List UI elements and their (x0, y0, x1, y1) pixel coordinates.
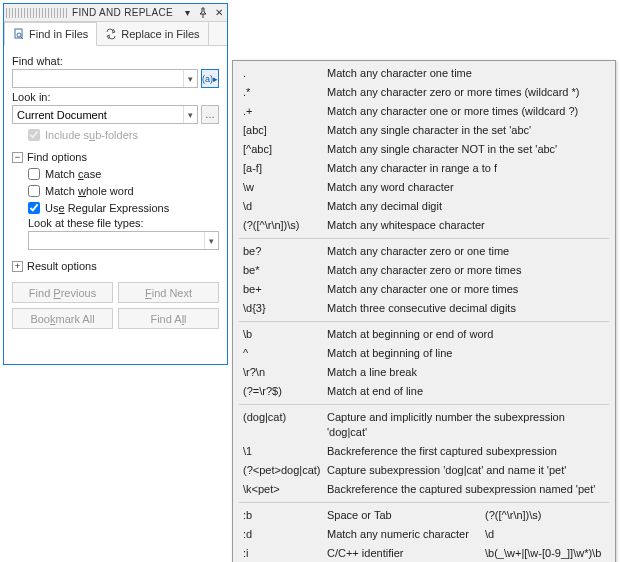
grip[interactable] (6, 8, 68, 18)
regex-menu-item[interactable]: :bSpace or Tab(?([^\r\n])\s) (233, 506, 615, 525)
regex-desc: C/C++ identifier (327, 546, 485, 561)
regex-help-menu: .Match any character one time.*Match any… (232, 60, 616, 562)
svg-point-1 (17, 33, 21, 37)
title-text: FIND AND REPLACE (72, 7, 173, 18)
regex-pattern: [^abc] (243, 142, 327, 157)
regex-group-4: (dog|cat)Capture and implicitly number t… (233, 408, 615, 499)
close-icon[interactable]: ✕ (211, 6, 227, 20)
regex-menu-item[interactable]: (?<pet>dog|cat)Capture subexpression 'do… (233, 461, 615, 480)
find-what-input-wrap: ▾ (12, 69, 198, 88)
pin-icon[interactable] (195, 6, 211, 20)
regex-pattern: \b (243, 327, 327, 342)
regex-menu-item[interactable]: \1Backreference the first captured subex… (233, 442, 615, 461)
regex-desc: Match at beginning of line (327, 346, 605, 361)
regex-desc: Match any character zero or one time (327, 244, 605, 259)
regex-menu-item[interactable]: be?Match any character zero or one time (233, 242, 615, 261)
regex-menu-item[interactable]: \r?\nMatch a line break (233, 363, 615, 382)
expand-icon[interactable]: + (12, 261, 23, 272)
file-types-dropdown[interactable]: ▾ (204, 232, 218, 249)
regex-desc: Space or Tab (327, 508, 485, 523)
file-types-label: Look at these file types: (28, 217, 219, 229)
regex-desc: Match any numeric character (327, 527, 485, 542)
look-in-input[interactable] (13, 106, 183, 123)
regex-desc: Capture subexpression 'dog|cat' and name… (327, 463, 605, 478)
regex-menu-item[interactable]: be+Match any character one or more times (233, 280, 615, 299)
regex-menu-item[interactable]: [abc]Match any single character in the s… (233, 121, 615, 140)
tabs: Find in Files Replace in Files (4, 22, 227, 46)
collapse-icon[interactable]: − (12, 152, 23, 163)
find-replace-panel: FIND AND REPLACE ▾ ✕ Find in Files Repla… (3, 3, 228, 365)
include-subfolders-row: Include sub-folders (28, 129, 219, 141)
find-all-button[interactable]: Find All (118, 308, 219, 329)
regex-menu-item[interactable]: (dog|cat)Capture and implicitly number t… (233, 408, 615, 442)
file-types-select[interactable]: ▾ (28, 231, 219, 250)
find-next-button[interactable]: Find Next (118, 282, 219, 303)
match-case-checkbox[interactable] (28, 168, 40, 180)
regex-desc: Match any character zero or more times (327, 263, 605, 278)
regex-menu-item[interactable]: be*Match any character zero or more time… (233, 261, 615, 280)
regex-menu-item[interactable]: .*Match any character zero or more times… (233, 83, 615, 102)
regex-menu-item[interactable]: \wMatch any word character (233, 178, 615, 197)
find-what-dropdown[interactable]: ▾ (183, 70, 197, 87)
regex-group-2: be?Match any character zero or one timeb… (233, 242, 615, 318)
regex-pattern: [abc] (243, 123, 327, 138)
regex-desc: Match any character one or more times (w… (327, 104, 605, 119)
use-regex-checkbox[interactable] (28, 202, 40, 214)
regex-menu-item[interactable]: \dMatch any decimal digit (233, 197, 615, 216)
find-options-label: Find options (27, 151, 87, 163)
browse-button[interactable]: … (201, 105, 219, 124)
tab-replace-in-files[interactable]: Replace in Files (97, 22, 208, 46)
regex-menu-item[interactable]: [^abc]Match any single character NOT in … (233, 140, 615, 159)
regex-desc: Backreference the first captured subexpr… (327, 444, 605, 459)
regex-menu-item[interactable]: ^Match at beginning of line (233, 344, 615, 363)
regex-desc: Match any single character NOT in the se… (327, 142, 605, 157)
result-options-header[interactable]: + Result options (12, 260, 219, 272)
dropdown-icon[interactable]: ▾ (179, 6, 195, 20)
match-whole-word-checkbox[interactable] (28, 185, 40, 197)
regex-pattern: \d (243, 199, 327, 214)
regex-pattern: be? (243, 244, 327, 259)
regex-desc: Match any character one or more times (327, 282, 605, 297)
search-file-icon (13, 28, 25, 40)
regex-desc: Match at beginning or end of word (327, 327, 605, 342)
regex-example: \d (485, 527, 605, 542)
regex-pattern: \k<pet> (243, 482, 327, 497)
regex-menu-item[interactable]: [a-f]Match any character in range a to f (233, 159, 615, 178)
regex-menu-item[interactable]: \k<pet>Backreference the captured subexp… (233, 480, 615, 499)
regex-pattern: (?([^\r\n])\s) (243, 218, 327, 233)
regex-desc: Match any character in range a to f (327, 161, 605, 176)
regex-pattern: \w (243, 180, 327, 195)
regex-desc: Capture and implicitly number the subexp… (327, 410, 605, 440)
regex-pattern: :d (243, 527, 327, 542)
regex-desc: Match at end of line (327, 384, 605, 399)
regex-menu-item[interactable]: \d{3}Match three consecutive decimal dig… (233, 299, 615, 318)
regex-desc: Match any character zero or more times (… (327, 85, 605, 100)
find-previous-button[interactable]: Find Previous (12, 282, 113, 303)
find-what-input[interactable] (13, 70, 183, 87)
regex-menu-item[interactable]: .+Match any character one or more times … (233, 102, 615, 121)
expression-builder-button[interactable]: (a)▸ (201, 69, 219, 88)
regex-menu-item[interactable]: :dMatch any numeric character\d (233, 525, 615, 544)
regex-menu-item[interactable]: \bMatch at beginning or end of word (233, 325, 615, 344)
regex-menu-item[interactable]: (?([^\r\n])\s)Match any whitespace chara… (233, 216, 615, 235)
regex-pattern: (dog|cat) (243, 410, 327, 440)
look-in-select[interactable]: ▾ (12, 105, 198, 124)
look-in-dropdown[interactable]: ▾ (183, 106, 197, 123)
titlebar: FIND AND REPLACE ▾ ✕ (4, 4, 227, 22)
regex-menu-item[interactable]: :iC/C++ identifier\b(_\w+|[\w-[0-9_]]\w*… (233, 544, 615, 562)
match-case-label: Match case (45, 168, 101, 180)
tab-replace-label: Replace in Files (121, 28, 199, 40)
regex-pattern: ^ (243, 346, 327, 361)
regex-menu-item[interactable]: .Match any character one time (233, 64, 615, 83)
regex-desc: Match a line break (327, 365, 605, 380)
separator (239, 238, 609, 239)
bookmark-all-button[interactable]: Bookmark All (12, 308, 113, 329)
regex-pattern: (?=\r?$) (243, 384, 327, 399)
file-types-input[interactable] (29, 232, 204, 249)
regex-pattern: \r?\n (243, 365, 327, 380)
result-options-label: Result options (27, 260, 97, 272)
find-options-header[interactable]: − Find options (12, 151, 219, 163)
separator (239, 502, 609, 503)
tab-find-in-files[interactable]: Find in Files (4, 22, 97, 46)
regex-menu-item[interactable]: (?=\r?$)Match at end of line (233, 382, 615, 401)
